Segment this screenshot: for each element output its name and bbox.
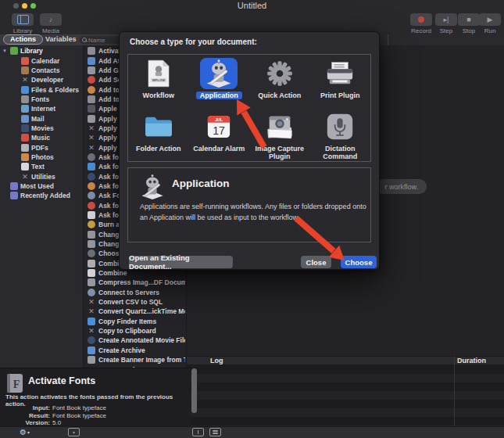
sidebar-item-fonts[interactable]: Fonts — [0, 95, 83, 104]
action-item-convert-quartz-icktime-movies[interactable]: ✕Convert Quartz...ickTime Movies — [84, 307, 185, 316]
sidebar-item-label: Developer — [31, 76, 63, 84]
show-log-rows-button[interactable] — [209, 428, 221, 436]
zoom-window-button[interactable] — [30, 3, 36, 9]
action-icon — [88, 47, 95, 55]
doc-type-image-capture-plugin[interactable]: Image Capture Plugin — [249, 108, 310, 161]
sidebar-item-contacts[interactable]: Contacts — [0, 66, 83, 75]
record-button[interactable]: Record — [409, 13, 433, 34]
disclosure-triangle-icon[interactable]: ▼ — [2, 48, 10, 53]
traffic-lights — [13, 3, 36, 9]
record-button-label: Record — [411, 27, 431, 34]
workflow-document-icon: WFLOW — [140, 58, 177, 89]
tools-icon: ✕ — [21, 173, 29, 181]
tools-icon: ✕ — [88, 144, 95, 152]
doc-type-label: Folder Action — [136, 145, 181, 153]
sidebar-item-music[interactable]: Music — [0, 133, 83, 142]
doc-type-label: Quick Action — [258, 92, 301, 99]
microphone-icon — [321, 111, 359, 142]
action-icon — [88, 211, 95, 219]
sidebar-item-photos[interactable]: Photos — [0, 153, 83, 162]
action-item-label: Combine — [98, 269, 127, 277]
action-icon — [88, 250, 95, 257]
log-rows-view-icon — [209, 428, 221, 436]
media-button-label: Media — [42, 27, 59, 34]
action-item-copy-to-clipboard[interactable]: ✕Copy to Clipboard — [84, 326, 185, 336]
close-window-button[interactable] — [13, 3, 19, 9]
sidebar-item-utilities[interactable]: ✕Utilities — [0, 171, 83, 181]
library-button[interactable]: Library — [11, 13, 34, 34]
doc-type-application[interactable]: Application — [189, 55, 250, 108]
doc-type-quick-action[interactable]: Quick Action — [249, 55, 310, 108]
text-icon — [21, 163, 29, 171]
action-detail-field: Input:Font Book typeface — [0, 404, 188, 412]
svg-text:JUL: JUL — [215, 117, 223, 122]
action-item-compress-imag-df-documents[interactable]: Compress Imag...DF Documents — [84, 278, 185, 287]
sidebar-item-pdfs[interactable]: PDFs — [0, 142, 83, 152]
doc-type-workflow[interactable]: WFLOWWorkflow — [128, 55, 189, 108]
tab-actions[interactable]: Actions — [3, 34, 43, 45]
field-value: Font Book typeface — [52, 412, 106, 420]
open-existing-document-button[interactable]: Open an Existing Document... — [129, 256, 233, 268]
sidebar-item-text[interactable]: Text — [0, 162, 83, 171]
choose-button[interactable]: Choose — [341, 256, 377, 268]
doc-type-print-plugin[interactable]: Print Plugin — [310, 55, 371, 108]
scrollbar-thumb[interactable] — [191, 368, 197, 413]
hide-panel-button[interactable]: ▾ — [68, 428, 80, 436]
tools-icon: ✕ — [88, 327, 95, 335]
search-icon — [82, 38, 87, 42]
stop-button[interactable]: ■ Stop — [457, 13, 481, 34]
selected-type-title: Application — [172, 178, 230, 189]
action-detail-title: Activate Fonts — [28, 375, 95, 386]
duration-column-header[interactable]: Duration — [457, 357, 486, 365]
gear-menu-button[interactable]: ⚙ ▾ — [20, 428, 30, 436]
log-rows — [187, 365, 504, 426]
run-button[interactable]: ▶ Run — [478, 13, 502, 34]
action-icon — [88, 231, 95, 239]
tab-variables[interactable]: Variables — [45, 34, 77, 45]
action-item-create-annotated-movie-file[interactable]: Create Annotated Movie File — [84, 336, 185, 345]
sidebar-item-most-used[interactable]: Most Used — [0, 181, 83, 191]
tools-icon: ✕ — [88, 134, 95, 142]
action-item-convert-csv-to-sql[interactable]: ✕Convert CSV to SQL — [84, 297, 185, 307]
doc-type-dictation-command[interactable]: Dictation Command — [310, 108, 371, 161]
minimize-window-button[interactable] — [22, 3, 27, 9]
action-icon — [88, 86, 95, 94]
sidebar-item-internet[interactable]: Internet — [0, 104, 83, 113]
smart-folder-icon — [10, 182, 18, 190]
sidebar-item-mail[interactable]: Mail — [0, 113, 83, 123]
stop-icon: ■ — [466, 16, 470, 23]
sidebar-item-recently-added[interactable]: Recently Added — [0, 191, 83, 200]
doc-type-calendar-alarm[interactable]: JUL17Calendar Alarm — [189, 108, 250, 161]
log-column-divider[interactable] — [454, 356, 455, 426]
show-log-list-button[interactable] — [192, 428, 204, 436]
sidebar-item-library[interactable]: ▼ Library — [0, 46, 83, 56]
action-item-create-banner-image-from-text[interactable]: Create Banner Image from Text — [84, 355, 185, 364]
sidebar-item-label: Mail — [31, 115, 45, 123]
run-icon: ▶ — [488, 16, 493, 23]
sidebar-item-movies[interactable]: Movies — [0, 124, 83, 133]
step-button[interactable]: ▸| Step — [434, 13, 458, 34]
action-detail-field: Result:Font Book typeface — [0, 412, 188, 420]
media-button[interactable]: ♪ Media — [39, 13, 63, 34]
action-item-copy-finder-items[interactable]: Copy Finder Items — [84, 317, 185, 326]
field-label: Input: — [0, 404, 50, 412]
action-item-label: Connect to Servers — [98, 289, 159, 296]
close-button[interactable]: Close — [301, 256, 331, 268]
sidebar-item-label: Fonts — [31, 95, 49, 103]
svg-text:F: F — [13, 379, 20, 390]
smart-folder-icon — [10, 192, 18, 199]
svg-text:17: 17 — [213, 124, 225, 137]
log-column-header[interactable]: Log — [210, 357, 223, 365]
action-item-create-archive[interactable]: Create Archive — [84, 346, 185, 355]
action-item-connect-to-servers[interactable]: Connect to Servers — [84, 288, 185, 297]
sidebar-item-files-folders[interactable]: Files & Folders — [0, 84, 83, 94]
sidebar-item-developer[interactable]: ✕Developer — [0, 75, 83, 84]
doc-type-folder-action[interactable]: Folder Action — [128, 108, 189, 161]
tools-icon: ✕ — [88, 307, 95, 315]
svg-text:WFLOW: WFLOW — [152, 78, 165, 82]
sidebar-item-label: Calendar — [31, 57, 59, 65]
sidebar-item-calendar[interactable]: Calendar — [0, 56, 83, 65]
action-icon — [88, 336, 95, 344]
action-description-panel: F Activate Fonts This action activates t… — [0, 368, 191, 426]
tools-icon: ✕ — [88, 298, 95, 306]
